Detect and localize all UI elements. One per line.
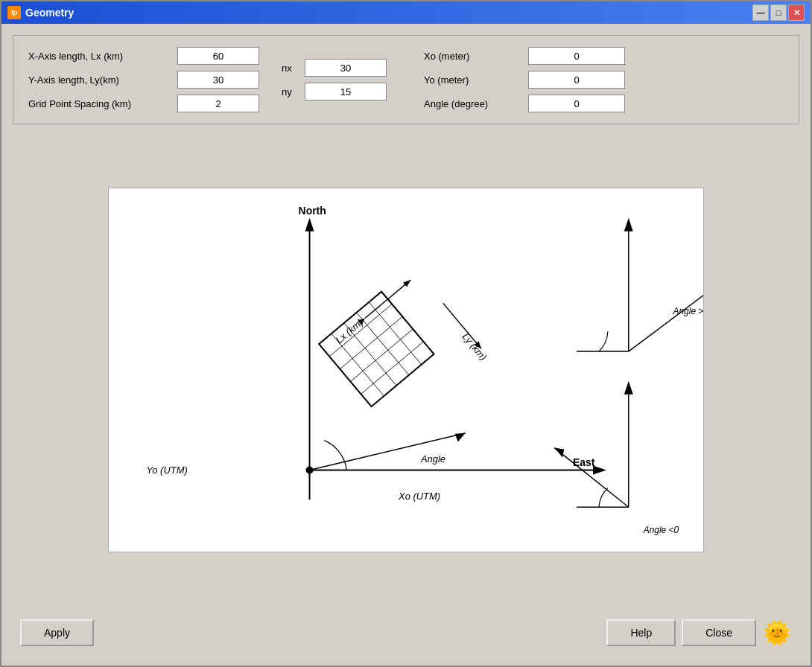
xo-input[interactable] <box>528 47 625 65</box>
angle-row: Angle (degree) <box>424 95 625 112</box>
nx-input[interactable] <box>305 59 387 77</box>
title-controls: — □ ✕ <box>752 4 805 21</box>
xo-label: Xo (meter) <box>424 51 521 62</box>
grid-spacing-input[interactable] <box>177 95 259 112</box>
svg-text:Angle <0: Angle <0 <box>643 525 679 535</box>
ny-row: ny <box>282 83 387 100</box>
apply-button[interactable]: Apply <box>20 619 94 646</box>
nx-label: nx <box>282 63 300 74</box>
fields-right: Xo (meter) Yo (meter) Angle (degree) <box>424 47 625 112</box>
main-content: X-Axis length, Lx (km) Y-Axis length, Ly… <box>1 24 811 666</box>
maximize-button[interactable]: □ <box>770 4 787 21</box>
fields-middle: nx ny <box>282 59 387 100</box>
grid-spacing-label: Grid Point Spacing (km) <box>28 98 170 109</box>
sun-icon: 🌞 <box>762 619 792 647</box>
svg-text:Xo (UTM): Xo (UTM) <box>398 491 440 502</box>
main-window: fp Geometry — □ ✕ X-Axis length, Lx (km)… <box>0 0 812 667</box>
svg-text:Yo (UTM): Yo (UTM) <box>146 465 187 476</box>
bottom-bar: Apply Help Close 🌞 <box>13 615 799 654</box>
y-axis-label: Y-Axis length, Ly(km) <box>28 74 170 86</box>
right-buttons: Help Close 🌞 <box>606 619 792 647</box>
help-button[interactable]: Help <box>606 619 676 646</box>
ny-label: ny <box>282 86 300 98</box>
window-title: Geometry <box>25 7 74 19</box>
svg-text:Angle: Angle <box>420 453 445 465</box>
xo-row: Xo (meter) <box>424 47 625 65</box>
app-icon: fp <box>7 6 21 19</box>
y-axis-input[interactable] <box>177 71 259 89</box>
svg-text:East: East <box>573 456 595 468</box>
grid-spacing-row: Grid Point Spacing (km) <box>28 95 259 112</box>
x-axis-row: X-Axis length, Lx (km) <box>28 47 259 65</box>
angle-input[interactable] <box>528 95 625 112</box>
fields-panel: X-Axis length, Lx (km) Y-Axis length, Ly… <box>13 35 799 124</box>
geometry-diagram: North East Xo (UTM) Yo (UTM) <box>109 188 703 552</box>
diagram-container: North East Xo (UTM) Yo (UTM) <box>108 188 704 552</box>
x-axis-input[interactable] <box>177 47 259 65</box>
fields-left: X-Axis length, Lx (km) Y-Axis length, Ly… <box>28 47 259 112</box>
yo-input[interactable] <box>528 71 625 89</box>
minimize-button[interactable]: — <box>752 4 769 21</box>
x-axis-label: X-Axis length, Lx (km) <box>28 51 170 62</box>
ny-input[interactable] <box>305 83 387 100</box>
y-axis-row: Y-Axis length, Ly(km) <box>28 71 259 89</box>
svg-text:North: North <box>299 204 326 216</box>
title-bar: fp Geometry — □ ✕ <box>1 1 811 24</box>
nx-row: nx <box>282 59 387 77</box>
title-bar-left: fp Geometry <box>7 6 74 19</box>
diagram-area: North East Xo (UTM) Yo (UTM) <box>13 132 799 607</box>
yo-row: Yo (meter) <box>424 71 625 89</box>
window-close-button[interactable]: ✕ <box>788 4 805 21</box>
svg-text:Angle >0: Angle >0 <box>673 306 703 316</box>
angle-label: Angle (degree) <box>424 98 521 109</box>
close-button[interactable]: Close <box>682 619 756 646</box>
yo-label: Yo (meter) <box>424 74 521 86</box>
